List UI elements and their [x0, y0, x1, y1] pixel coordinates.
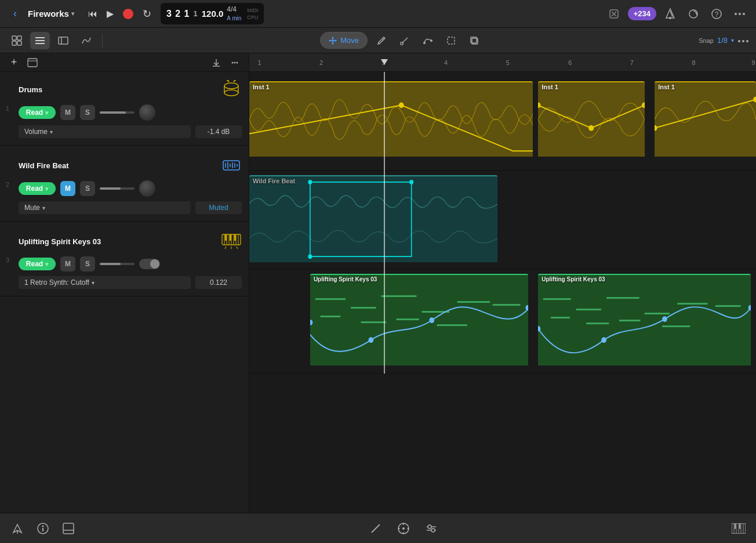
read-button-wfb[interactable]: Read ▾	[19, 182, 56, 195]
eq-icon[interactable]	[423, 520, 439, 537]
panel-bottom-icon[interactable]	[60, 520, 77, 537]
record-button[interactable]	[123, 9, 133, 19]
midi-label: MIDI	[247, 8, 258, 13]
track-header-wfb: Wild Fire Beat	[0, 153, 249, 178]
volume-slider-drums[interactable]	[100, 111, 135, 114]
download-icon[interactable]	[209, 56, 223, 70]
edit-bottom-icon[interactable]	[368, 520, 384, 537]
drums-clip-3[interactable]: Inst 1	[655, 81, 756, 157]
read-button-keys[interactable]: Read ▾	[19, 258, 56, 270]
rewind-button[interactable]: ⏮	[88, 9, 97, 19]
list-view-button[interactable]	[30, 32, 50, 49]
time-sig-display: 4/4 A min	[227, 5, 241, 22]
project-name[interactable]: Fireworks ▾	[28, 9, 74, 19]
pan-knob-drums[interactable]	[139, 104, 155, 121]
svg-point-34	[742, 40, 744, 42]
track-options-icon[interactable]	[26, 56, 39, 70]
position-bar: 1	[193, 9, 198, 18]
bpm-display[interactable]: 120.0	[202, 9, 224, 19]
drums-clip-1[interactable]: Inst 1	[249, 81, 533, 157]
loop-alt-icon[interactable]	[684, 5, 703, 23]
volume-slider-keys[interactable]	[100, 263, 135, 265]
position-numbers: 3 2 1	[166, 9, 190, 19]
wfb-icon	[221, 155, 242, 176]
svg-point-28	[423, 42, 426, 44]
keys-clip-2[interactable]: Uplifting Spirit Keys 03	[538, 274, 751, 365]
ruler-background: 1 2 3 4 5 6 7 8 9	[249, 53, 756, 71]
read-button-drums[interactable]: Read ▾	[19, 106, 56, 119]
svg-marker-3	[666, 9, 674, 18]
grid-view-button[interactable]	[7, 32, 27, 49]
track-number-3: 3	[6, 256, 9, 263]
track-header-keys: Uplifting Spirit Keys 03	[0, 229, 249, 254]
toolbar-left	[7, 32, 105, 49]
automation-param-drums[interactable]: Volume ▾	[19, 125, 191, 138]
project-chevron-icon: ▾	[71, 10, 74, 17]
help-icon[interactable]: ?	[707, 5, 726, 23]
more-options-icon[interactable]	[730, 5, 749, 23]
plus-badge[interactable]: +234	[628, 7, 656, 20]
track-more-icon[interactable]	[228, 56, 242, 70]
curve-edit-button[interactable]	[419, 32, 437, 49]
svg-rect-113	[63, 523, 74, 534]
panel-view-button[interactable]	[53, 32, 73, 49]
back-button[interactable]: ‹	[7, 6, 23, 22]
ruler-mark-1: 1	[257, 59, 261, 66]
move-tool-button[interactable]: Move	[320, 32, 368, 49]
marquee-tool-button[interactable]	[442, 32, 460, 49]
automation-param-wfb[interactable]: Mute ▾	[19, 201, 191, 214]
svg-point-91	[310, 320, 312, 325]
solo-button-drums[interactable]: S	[80, 105, 95, 120]
keys-clip-1[interactable]: Uplifting Spirit Keys 03	[310, 274, 528, 365]
svg-point-105	[538, 326, 540, 332]
svg-line-26	[383, 38, 384, 39]
close-icon[interactable]	[605, 5, 623, 23]
drums-clip-2[interactable]: Inst 1	[538, 81, 645, 157]
mute-button-drums[interactable]: M	[60, 105, 75, 120]
volume-slider-wfb[interactable]	[100, 187, 135, 190]
play-button[interactable]: ▶	[107, 8, 114, 19]
ruler-mark-2: 2	[319, 59, 323, 66]
svg-marker-24	[329, 39, 330, 42]
pan-knob-wfb[interactable]	[139, 180, 155, 197]
svg-rect-15	[12, 41, 16, 45]
curve-tool-button[interactable]	[77, 32, 96, 49]
toolbar-more-icon[interactable]	[737, 35, 749, 46]
track-number-1: 1	[6, 105, 9, 112]
svg-point-93	[429, 317, 434, 323]
track-name-wfb: Wild Fire Beat	[19, 161, 216, 170]
add-track-button[interactable]: +	[7, 56, 21, 70]
loop-button[interactable]: ↻	[143, 8, 151, 20]
wfb-clip-1[interactable]: Wild Fire Beat	[249, 175, 497, 262]
automation-param-keys[interactable]: 1 Retro Synth: Cutoff ▾	[19, 276, 191, 289]
svg-marker-25	[335, 39, 337, 42]
info-icon[interactable]	[35, 520, 51, 537]
svg-point-123	[428, 525, 431, 528]
arrange-area[interactable]: 1 2 3 4 5 6 7 8 9	[249, 53, 756, 513]
send-icon[interactable]	[9, 520, 26, 537]
metronome-icon[interactable]	[661, 5, 679, 23]
copy-tool-button[interactable]	[465, 32, 484, 49]
svg-line-68	[225, 247, 226, 249]
snap-value[interactable]: 1/8	[717, 36, 728, 45]
svg-point-43	[224, 83, 238, 89]
svg-rect-13	[12, 36, 16, 40]
track-controls-wfb: Read ▾ M S	[0, 178, 249, 199]
position-display: 3 2 1 1 120.0 4/4 A min MIDI CPU	[161, 3, 264, 24]
solo-button-keys[interactable]: S	[80, 256, 95, 272]
svg-point-35	[746, 40, 748, 42]
track-row-drums: 1 Drums	[0, 72, 249, 146]
toolbar: Move Snap 1/8 ▾	[0, 28, 756, 53]
svg-rect-133	[739, 523, 740, 529]
solo-button-wfb[interactable]: S	[80, 181, 95, 196]
pencil-tool-button[interactable]	[372, 32, 391, 49]
mute-button-keys[interactable]: M	[60, 256, 75, 272]
piano-roll-icon[interactable]	[730, 520, 747, 537]
svg-rect-16	[17, 41, 21, 45]
toggle-keys[interactable]	[139, 259, 160, 269]
clock-icon[interactable]	[395, 520, 412, 537]
brush-tool-button[interactable]	[395, 32, 414, 49]
svg-point-112	[42, 525, 44, 527]
ruler-mark-8: 8	[692, 59, 695, 66]
mute-button-wfb[interactable]: M	[60, 181, 75, 196]
